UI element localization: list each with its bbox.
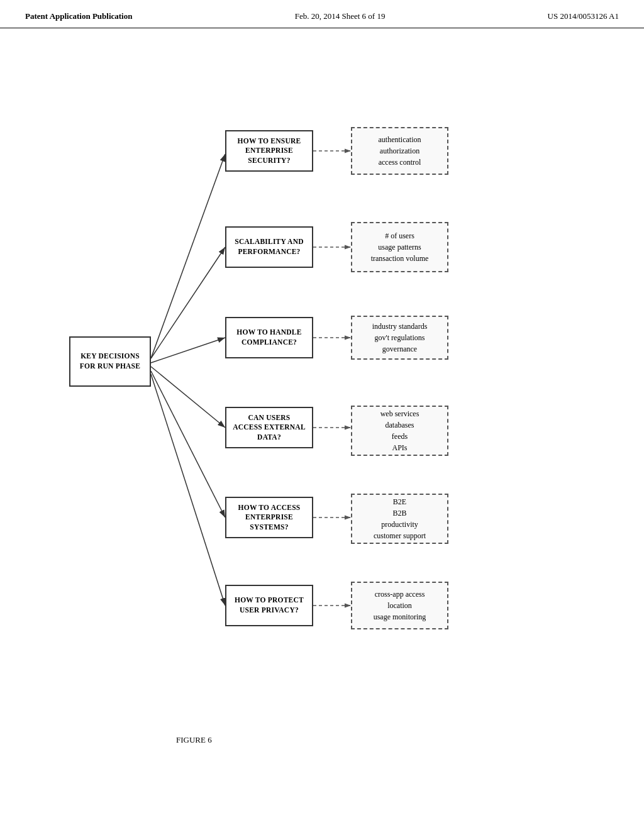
answer-box-1: authenticationauthorizationaccess contro… [351,127,448,175]
page-header: Patent Application Publication Feb. 20, … [0,0,644,28]
q4-text: CAN USERSACCESS EXTERNALDATA? [233,413,306,443]
question-box-5: HOW TO ACCESSENTERPRISESYSTEMS? [225,497,313,538]
answer-box-4: web servicesdatabasesfeedsAPIs [351,406,448,456]
q2-text: SCALABILITY ANDPERFORMANCE? [235,237,303,257]
header-center: Feb. 20, 2014 Sheet 6 of 19 [295,11,386,21]
q6-text: HOW TO PROTECTUSER PRIVACY? [235,595,304,615]
question-box-4: CAN USERSACCESS EXTERNALDATA? [225,407,313,448]
svg-line-5 [151,374,225,606]
diagram-area: KEY DECISIONSFOR RUN PHASE HOW TO ENSURE… [0,35,644,764]
answer-box-2: # of usersusage patternstransaction volu… [351,222,448,272]
answer-box-5: B2EB2Bproductivitycustomer support [351,494,448,544]
a5-text: B2EB2Bproductivitycustomer support [374,496,426,541]
q1-text: HOW TO ENSUREENTERPRISESECURITY? [238,136,301,166]
a6-text: cross-app accesslocationusage monitoring [374,589,426,622]
answer-box-3: industry standardsgov't regulationsgover… [351,316,448,360]
q3-text: HOW TO HANDLECOMPLIANCE? [236,328,301,347]
header-right: US 2014/0053126 A1 [548,11,619,21]
a1-text: authenticationauthorizationaccess contro… [379,134,421,168]
a3-text: industry standardsgov't regulationsgover… [372,321,428,355]
question-box-3: HOW TO HANDLECOMPLIANCE? [225,317,313,358]
svg-line-3 [151,367,225,428]
answer-box-6: cross-app accesslocationusage monitoring [351,582,448,629]
q5-text: HOW TO ACCESSENTERPRISESYSTEMS? [238,503,301,533]
question-box-2: SCALABILITY ANDPERFORMANCE? [225,226,313,268]
figure-label: FIGURE 6 [176,735,212,745]
svg-line-0 [151,154,225,358]
center-box-text: KEY DECISIONSFOR RUN PHASE [80,351,140,371]
diagram-svg [0,35,644,764]
question-box-1: HOW TO ENSUREENTERPRISESECURITY? [225,130,313,172]
a4-text: web servicesdatabasesfeedsAPIs [380,408,419,453]
center-box: KEY DECISIONSFOR RUN PHASE [69,336,151,387]
header-left: Patent Application Publication [25,11,132,21]
a2-text: # of usersusage patternstransaction volu… [371,230,429,264]
question-box-6: HOW TO PROTECTUSER PRIVACY? [225,585,313,626]
svg-line-4 [151,371,225,517]
